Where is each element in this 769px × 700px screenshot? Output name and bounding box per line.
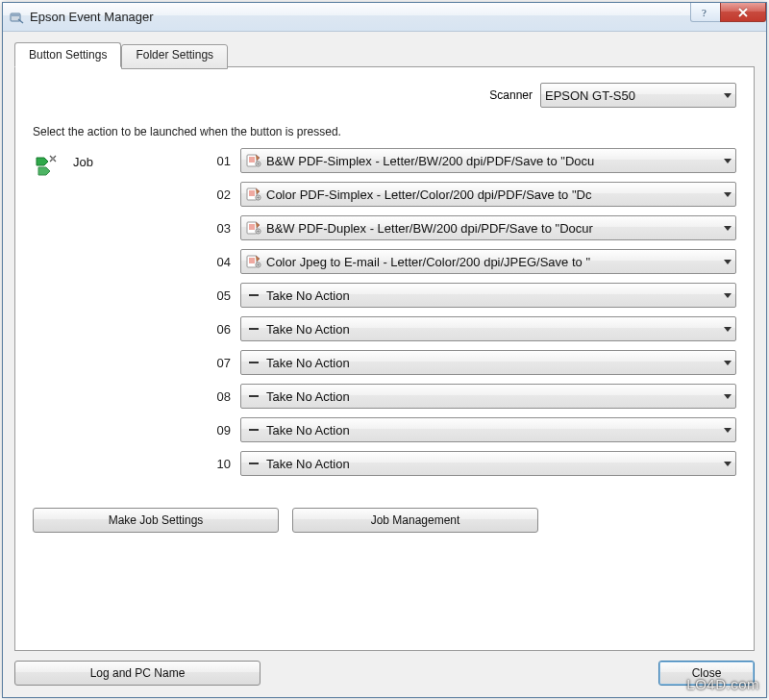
window-title: Epson Event Manager xyxy=(30,10,691,24)
no-action-icon xyxy=(245,287,262,304)
no-action-icon xyxy=(245,320,262,338)
panel-buttons: Make Job Settings Job Management xyxy=(33,508,736,533)
job-action-select[interactable]: Take No Action xyxy=(240,316,736,341)
job-row: 07Take No Action xyxy=(196,350,736,375)
chevron-down-icon xyxy=(718,216,735,239)
job-action-text: Take No Action xyxy=(266,423,718,438)
job-number: 10 xyxy=(196,457,231,471)
job-number: 01 xyxy=(196,154,231,168)
preset-icon xyxy=(245,152,262,169)
button-label: Job Management xyxy=(371,513,460,527)
job-number: 07 xyxy=(196,356,231,370)
preset-icon xyxy=(245,219,262,237)
job-action-text: Color Jpeg to E-mail - Letter/Color/200 … xyxy=(266,255,718,269)
job-list: 01 B&W PDF-Simplex - Letter/BW/200 dpi/P… xyxy=(196,148,736,485)
job-number: 09 xyxy=(196,423,231,438)
job-action-text: Take No Action xyxy=(266,356,718,370)
job-number: 05 xyxy=(196,288,231,303)
job-number: 03 xyxy=(196,221,231,236)
tab-label: Folder Settings xyxy=(136,48,213,62)
preset-icon xyxy=(245,186,262,203)
job-action-text: Take No Action xyxy=(266,457,718,471)
tab-label: Button Settings xyxy=(29,48,107,62)
job-action-select[interactable]: B&W PDF-Simplex - Letter/BW/200 dpi/PDF/… xyxy=(240,148,736,173)
job-action-select[interactable]: Color Jpeg to E-mail - Letter/Color/200 … xyxy=(240,249,736,274)
button-label: Close xyxy=(692,666,722,680)
job-action-text: B&W PDF-Simplex - Letter/BW/200 dpi/PDF/… xyxy=(266,154,718,168)
preset-icon xyxy=(245,253,262,270)
job-action-select[interactable]: Take No Action xyxy=(240,350,736,375)
job-action-select[interactable]: Take No Action xyxy=(240,384,736,409)
job-row: 09Take No Action xyxy=(196,417,736,442)
svg-point-4 xyxy=(52,158,55,161)
chevron-down-icon xyxy=(718,351,735,374)
job-row: 05Take No Action xyxy=(196,283,736,308)
svg-marker-19 xyxy=(724,361,732,365)
log-and-pc-name-button[interactable]: Log and PC Name xyxy=(14,661,260,686)
chevron-down-icon xyxy=(718,250,735,273)
scanner-selected: EPSON GT-S50 xyxy=(545,88,718,103)
tab-strip: Button Settings Folder Settings xyxy=(14,41,755,66)
job-action-text: Take No Action xyxy=(266,288,718,303)
tab-panel: Scanner EPSON GT-S50 Select the action t… xyxy=(14,66,755,651)
no-action-icon xyxy=(245,354,262,371)
job-row: 10Take No Action xyxy=(196,451,736,476)
svg-marker-22 xyxy=(724,462,732,466)
job-number: 08 xyxy=(196,389,231,404)
svg-marker-3 xyxy=(724,93,732,98)
svg-marker-20 xyxy=(724,394,732,399)
job-action-select[interactable]: B&W PDF-Duplex - Letter/BW/200 dpi/PDF/S… xyxy=(240,215,736,240)
job-row: 06Take No Action xyxy=(196,316,736,341)
job-area: Job 01 B&W PDF-Simplex - Letter/BW/200 d… xyxy=(33,148,736,485)
job-row: 04 Color Jpeg to E-mail - Letter/Color/2… xyxy=(196,249,736,274)
tab-button-settings[interactable]: Button Settings xyxy=(14,42,121,67)
job-row: 02 Color PDF-Simplex - Letter/Color/200 … xyxy=(196,182,736,207)
svg-rect-1 xyxy=(12,14,19,16)
chevron-down-icon xyxy=(718,284,735,307)
job-action-select[interactable]: Take No Action xyxy=(240,451,736,476)
chevron-down-icon xyxy=(718,385,735,408)
job-icon xyxy=(33,152,60,179)
job-action-text: Color PDF-Simplex - Letter/Color/200 dpi… xyxy=(266,188,718,202)
job-row: 08Take No Action xyxy=(196,384,736,409)
no-action-icon xyxy=(245,421,262,438)
svg-marker-17 xyxy=(724,293,732,298)
chevron-down-icon xyxy=(718,418,735,441)
title-bar: Epson Event Manager ? xyxy=(3,3,766,32)
scanner-row: Scanner EPSON GT-S50 xyxy=(33,83,736,108)
button-label: Make Job Settings xyxy=(109,513,204,527)
svg-marker-7 xyxy=(724,159,732,163)
help-button[interactable]: ? xyxy=(690,3,721,22)
job-management-button[interactable]: Job Management xyxy=(292,508,538,533)
make-job-settings-button[interactable]: Make Job Settings xyxy=(33,508,279,533)
chevron-down-icon xyxy=(718,317,735,340)
chevron-down-icon xyxy=(718,149,735,172)
job-action-select[interactable]: Color PDF-Simplex - Letter/Color/200 dpi… xyxy=(240,182,736,207)
job-row: 01 B&W PDF-Simplex - Letter/BW/200 dpi/P… xyxy=(196,148,736,173)
button-label: Log and PC Name xyxy=(90,666,186,680)
app-window: Epson Event Manager ? Button Settings Fo… xyxy=(2,2,767,698)
svg-marker-18 xyxy=(724,327,732,332)
close-button[interactable] xyxy=(720,3,766,22)
job-action-select[interactable]: Take No Action xyxy=(240,283,736,308)
svg-marker-21 xyxy=(724,428,732,433)
tab-folder-settings[interactable]: Folder Settings xyxy=(121,44,228,69)
job-number: 02 xyxy=(196,188,231,202)
scanner-label: Scanner xyxy=(489,88,533,102)
instruction-text: Select the action to be launched when th… xyxy=(33,125,736,138)
close-dialog-button[interactable]: Close xyxy=(658,661,755,686)
job-action-text: Take No Action xyxy=(266,389,718,404)
scanner-select[interactable]: EPSON GT-S50 xyxy=(540,83,736,108)
no-action-icon xyxy=(245,388,262,405)
job-label: Job xyxy=(73,152,93,169)
job-number: 06 xyxy=(196,322,231,337)
job-action-select[interactable]: Take No Action xyxy=(240,417,736,442)
chevron-down-icon xyxy=(718,84,735,107)
client-area: Button Settings Folder Settings Scanner … xyxy=(3,32,766,697)
job-row: 03 B&W PDF-Duplex - Letter/BW/200 dpi/PD… xyxy=(196,215,736,240)
job-action-text: Take No Action xyxy=(266,322,718,337)
job-left: Job xyxy=(33,148,196,485)
no-action-icon xyxy=(245,455,262,472)
svg-marker-16 xyxy=(724,260,732,264)
chevron-down-icon xyxy=(718,452,735,475)
